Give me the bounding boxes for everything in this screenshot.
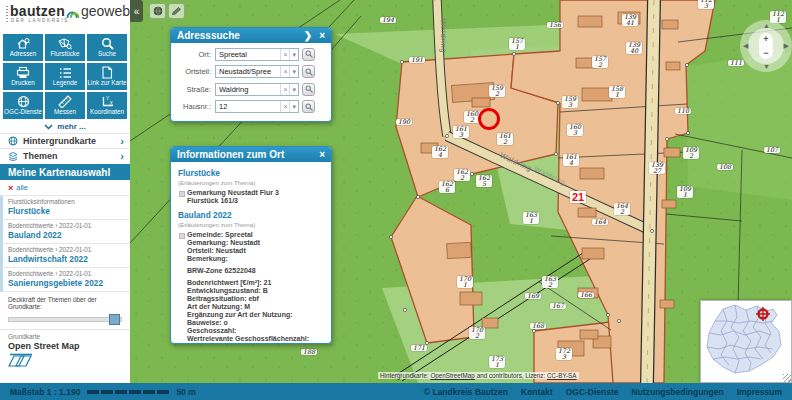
link-nutzungsbedingungen[interactable]: Nutzungsbedingungen [632, 387, 724, 397]
address-field-strasse: Straße: ×▾ [173, 83, 325, 96]
hausnr-search-button[interactable] [302, 100, 315, 113]
parcel-label: 1581 [609, 86, 625, 98]
tool-link-zur-karte-button[interactable]: Link zur Karte [87, 63, 127, 90]
clear-all-link[interactable]: alle [16, 183, 28, 192]
link-kontakt[interactable]: Kontakt [521, 387, 553, 397]
parcel-label: 1701 [457, 276, 473, 288]
attribution-license-link[interactable]: CC-BY-SA [547, 372, 577, 379]
tool-messen-button[interactable]: Messen [45, 92, 85, 119]
info-heading: Bauland 2022 [178, 210, 324, 220]
clear-field-icon[interactable]: × [280, 49, 289, 60]
opacity-slider[interactable] [8, 314, 122, 323]
clear-all-row: × alle [0, 180, 130, 196]
parcel-label: 188 [301, 349, 317, 355]
info-bullet: Gemarkung Neustadt Flur 3 [178, 189, 324, 197]
chevron-down-icon [44, 124, 53, 130]
dialog-close-icon[interactable]: × [319, 150, 325, 160]
draw-tool-button[interactable] [168, 3, 185, 19]
magnifier-icon [305, 68, 313, 76]
tool-koordinaten-button[interactable]: YX Koordinaten [87, 92, 127, 119]
zoom-in-button[interactable]: + [763, 35, 768, 43]
info-cont: Entwicklungszustand: B [178, 287, 324, 295]
tool-adressen-button[interactable]: Adressen [3, 34, 43, 61]
strasse-input[interactable] [216, 85, 280, 94]
parcel-label: 13927 [649, 162, 665, 174]
ortsteil-input[interactable] [216, 67, 280, 76]
pan-right-button[interactable]: ▶ [784, 42, 789, 49]
dialog-close-icon[interactable]: × [319, 31, 325, 41]
parcel-label: 110 [675, 108, 691, 114]
ort-input[interactable] [216, 50, 280, 59]
strasse-search-button[interactable] [302, 83, 315, 96]
hausnr-input[interactable] [216, 102, 280, 111]
overview-toggle-button[interactable] [149, 3, 166, 19]
address-field-hausnr: Hausnr.: ×▾ [173, 100, 325, 113]
tool-drucken-button[interactable]: Drucken [3, 63, 43, 90]
parcel-label: 1091 [677, 186, 693, 198]
layers-icon [8, 151, 18, 161]
dialog-detach-icon[interactable]: ❯ [304, 31, 312, 41]
tool-suche-button[interactable]: Suche [87, 34, 127, 61]
info-cont: Geschosszahl: [178, 327, 324, 335]
info-cont: Wertrelevante Geschossflächenzahl: [178, 335, 324, 342]
overview-resize-handle[interactable] [783, 374, 791, 382]
magnifier-icon [305, 103, 313, 111]
info-note: (Erläuterungen zum Thema) [178, 221, 324, 228]
parcel-label: 1626 [439, 181, 455, 193]
info-cont: Gemarkung: Neustadt [178, 239, 324, 247]
clear-field-icon[interactable]: × [280, 84, 289, 95]
info-cont: Bodenrichtwert [€/m²]: 21 [178, 279, 324, 287]
search-icon [101, 37, 114, 50]
parcel-label: 167 [550, 303, 566, 309]
info-cont: Flurstück 161/3 [178, 197, 324, 205]
parcel-label: 1631 [523, 212, 539, 224]
dropdown-caret-icon[interactable]: ▾ [289, 49, 298, 60]
dropdown-caret-icon[interactable]: ▾ [289, 66, 298, 77]
selected-layer-bauland[interactable]: Bodenrichtwerte › 2022-01-01 Bauland 202… [0, 220, 130, 244]
brand-subtitle: DER LANDKREIS [11, 18, 69, 23]
basemap-globe-icon [8, 136, 18, 146]
brand-name: bautzen [10, 5, 65, 18]
zoom-out-button[interactable]: − [763, 49, 768, 57]
dropdown-caret-icon[interactable]: ▾ [289, 101, 298, 112]
selected-layer-sanierungsgebiete[interactable]: Bodenrichtwerte › 2022-01-01 Sanierungsg… [0, 268, 130, 292]
address-field-ort: Ort: ×▾ [173, 48, 325, 61]
ort-search-button[interactable] [302, 48, 315, 61]
parcel-label: 168 [530, 323, 546, 329]
parcel-label: 1592 [489, 85, 505, 97]
globe-icon [153, 6, 163, 16]
tool-ogc-dienste-button[interactable]: OGC-Dienste [3, 92, 43, 119]
tool-legende-button[interactable]: Legende [45, 63, 85, 90]
slider-handle[interactable] [109, 314, 120, 325]
info-bullet: Gemeinde: Spreetal [178, 231, 324, 239]
ortsteil-search-button[interactable] [302, 65, 315, 78]
pan-down-button[interactable]: ▼ [763, 63, 770, 70]
address-dialog-title: Adresssuche [177, 30, 297, 41]
pan-up-button[interactable]: ▲ [763, 22, 770, 29]
logo-tick-marks [6, 6, 8, 22]
dropdown-caret-icon[interactable]: ▾ [289, 84, 298, 95]
overview-map[interactable] [700, 300, 792, 383]
link-ogc-dienste[interactable]: OGC-Dienste [566, 387, 619, 397]
parcel-label: 107 [764, 147, 780, 153]
more-tools-button[interactable]: mehr ... [0, 119, 130, 133]
collapse-sidebar-button[interactable]: « [130, 0, 143, 22]
slider-track[interactable] [8, 317, 122, 322]
selected-layer-landwirtschaft[interactable]: Bodenrichtwerte › 2022-01-01 Landwirtsch… [0, 244, 130, 268]
section-hintergrundkarte[interactable]: Hintergrundkarte › [0, 133, 130, 148]
parcel-label: 1092 [683, 147, 699, 159]
zoom-pill: + − [759, 33, 773, 59]
tool-flurstuecke-button[interactable]: Flurstücke [45, 34, 85, 61]
clear-field-icon[interactable]: × [280, 66, 289, 77]
link-impressum[interactable]: Impressum [737, 387, 782, 397]
attribution-osm-link[interactable]: OpenStreetMap [430, 372, 474, 379]
clear-field-icon[interactable]: × [280, 101, 289, 112]
magnifier-icon [305, 85, 313, 93]
parcel-label: 194 [380, 17, 396, 23]
section-themen[interactable]: Themen › [0, 148, 130, 163]
pan-left-button[interactable]: ◀ [743, 42, 748, 49]
ruler-icon [58, 95, 72, 108]
remove-all-icon[interactable]: × [8, 184, 13, 192]
parcel-label: 1723 [556, 348, 572, 360]
selected-layer-flurstuecke[interactable]: Flurstücksinformationen Flurstücke [0, 196, 130, 220]
